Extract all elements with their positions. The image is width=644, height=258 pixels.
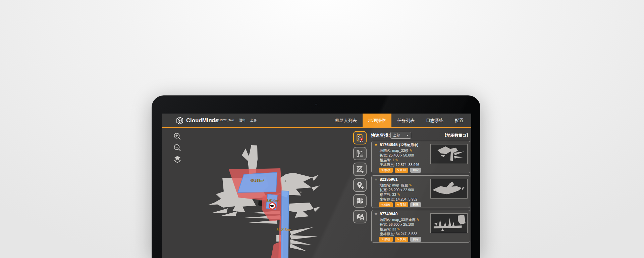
zoom-out-button[interactable] <box>173 143 182 152</box>
field-label: 坐标原点: <box>380 163 395 167</box>
field-value: 12.874, 33.946 <box>396 163 419 167</box>
field-label: 坐标原点: <box>380 197 395 201</box>
area-label-3: 80.215m² <box>277 228 291 232</box>
cloudminds-logo-icon <box>176 117 184 125</box>
quick-find-label: 快速查找: <box>371 132 390 138</box>
fullscreen-link[interactable]: 全屏 <box>250 118 257 123</box>
main-content: 40.519m² 8.614m² 80.215m² <box>162 128 471 258</box>
field-value: 33 <box>392 227 396 231</box>
map-card-3[interactable]: ☆ 87749840 地图名: map_33层走廊✎ 长宽: 56.600 x … <box>371 210 470 243</box>
map-thumbnail <box>430 179 468 199</box>
tool-map-upload-button[interactable] <box>353 210 367 223</box>
tool-map-discard-button[interactable] <box>353 194 367 208</box>
field-value: map_腿腿 <box>392 183 408 187</box>
quick-find-dropdown[interactable]: 全部 <box>390 132 411 139</box>
welcome-text: 欢迎BJDT2_Test <box>211 118 234 123</box>
edit-pencil-icon[interactable]: ✎ <box>409 183 412 187</box>
map-discard-icon <box>356 197 364 205</box>
copy-button[interactable]: ✎复制 <box>395 168 409 173</box>
edit-pencil-icon[interactable]: ✎ <box>417 218 420 222</box>
map-id-suffix: (12号使用中) <box>399 143 418 147</box>
pencil-icon: ✎ <box>381 203 384 207</box>
field-label: 楼层号: <box>380 192 391 197</box>
field-label: 楼层号: <box>380 227 391 231</box>
zoom-in-button[interactable] <box>173 132 182 141</box>
edit-pencil-icon[interactable]: ✎ <box>410 148 413 153</box>
field-label: 地图名: <box>380 183 391 187</box>
star-outline-icon[interactable]: ☆ <box>374 177 378 181</box>
map-list-check-icon <box>356 133 364 142</box>
edit-pencil-icon[interactable]: ✎ <box>395 158 398 162</box>
measure-frame-icon <box>356 149 364 158</box>
field-value: 34.247, 8.533 <box>396 232 417 236</box>
delete-button[interactable]: 删除 <box>410 237 421 242</box>
field-value: 1 <box>392 158 394 162</box>
map-canvas[interactable]: 40.519m² 8.614m² 80.215m² <box>162 128 353 258</box>
delete-button[interactable]: 删除 <box>410 168 421 173</box>
magnifier-minus-icon <box>173 143 182 152</box>
field-label: 楼层号: <box>380 158 391 162</box>
tool-add-point-button[interactable] <box>353 178 367 192</box>
copy-button[interactable]: ✎复制 <box>395 237 409 242</box>
tool-add-area-button[interactable] <box>353 163 367 176</box>
pencil-icon: ✎ <box>397 238 400 241</box>
copy-button[interactable]: ✎复制 <box>395 202 409 207</box>
field-label: 地图名: <box>380 148 391 153</box>
pencil-icon: ✎ <box>381 238 384 241</box>
nav-tab-robot-list[interactable]: 机器人列表 <box>329 114 363 127</box>
field-value: 23.200 x 22.900 <box>389 188 414 192</box>
field-value: 14.204, 5.952 <box>396 197 417 201</box>
occupancy-map <box>162 128 353 258</box>
area-label-2: 8.614m² <box>266 199 279 203</box>
area-label-1: 40.519m² <box>250 179 265 182</box>
map-count-label: 【地图数量:3】 <box>442 133 470 138</box>
webcam-dot <box>315 104 317 105</box>
edit-pencil-icon[interactable]: ✎ <box>397 227 400 231</box>
hatch-area-add-icon <box>356 165 364 174</box>
map-card-2[interactable]: ☆ 82186961 地图名: map_腿腿✎ 长宽: 23.200 x 22.… <box>371 175 470 208</box>
map-id: 82186961 <box>380 177 397 182</box>
field-label: 地图名: <box>380 218 391 222</box>
field-value: 25.400 x 50.000 <box>389 153 414 157</box>
nav-tab-config[interactable]: 配置 <box>449 114 469 127</box>
tool-measure-button[interactable] <box>353 147 367 160</box>
field-label: 长宽: <box>380 153 388 157</box>
tool-map-list-button[interactable] <box>353 131 367 144</box>
laptop-frame: CloudMinds 欢迎BJDT2_Test 退出 全屏 机器人列表 地图操作… <box>152 95 480 258</box>
nav-tab-map-operations[interactable]: 地图操作 <box>363 114 391 127</box>
logout-link[interactable]: 退出 <box>239 118 246 123</box>
nav-tabs: 机器人列表 地图操作 任务列表 日志系统 配置 <box>329 114 469 127</box>
star-filled-icon[interactable]: ★ <box>374 142 378 147</box>
robot-position-marker <box>269 203 276 209</box>
field-label: 长宽: <box>380 222 388 226</box>
modify-button[interactable]: ✎修改 <box>379 237 393 242</box>
nav-tab-task-list[interactable]: 任务列表 <box>391 114 420 127</box>
app-screen: CloudMinds 欢迎BJDT2_Test 退出 全屏 机器人列表 地图操作… <box>162 114 471 258</box>
map-list-panel: 快速查找: 全部 【地图数量:3】 ★ 51764845(12号使用中) 地图名… <box>369 128 471 258</box>
edit-pencil-icon[interactable]: ✎ <box>397 192 400 197</box>
delete-button[interactable]: 删除 <box>410 202 421 207</box>
modify-button[interactable]: ✎修改 <box>379 168 393 173</box>
nav-tab-log-system[interactable]: 日志系统 <box>420 114 449 127</box>
magnifier-plus-icon <box>173 132 182 141</box>
pencil-icon: ✎ <box>397 203 400 207</box>
top-navbar: CloudMinds 欢迎BJDT2_Test 退出 全屏 机器人列表 地图操作… <box>162 114 471 128</box>
layers-button[interactable] <box>173 155 182 164</box>
map-thumbnail <box>430 144 468 164</box>
map-card-1[interactable]: ★ 51764845(12号使用中) 地图名: map_33楼✎ 长宽: 25.… <box>371 141 470 173</box>
field-value: map_33层走廊 <box>392 218 415 222</box>
pencil-icon: ✎ <box>397 169 400 172</box>
map-upload-icon <box>356 212 364 221</box>
field-label: 坐标原点: <box>380 232 395 236</box>
map-thumbnail <box>430 213 468 233</box>
star-outline-icon[interactable]: ☆ <box>374 212 378 216</box>
map-id: 51764845 <box>380 142 397 147</box>
field-value: map_33楼 <box>392 148 408 153</box>
map-id: 87749840 <box>380 212 397 216</box>
pin-add-icon <box>356 181 364 189</box>
pencil-icon: ✎ <box>381 169 384 172</box>
modify-button[interactable]: ✎修改 <box>379 202 393 207</box>
field-value: 33 <box>392 192 396 197</box>
field-value: 56.600 x 25.100 <box>389 222 414 226</box>
chevron-down-icon <box>406 135 409 136</box>
